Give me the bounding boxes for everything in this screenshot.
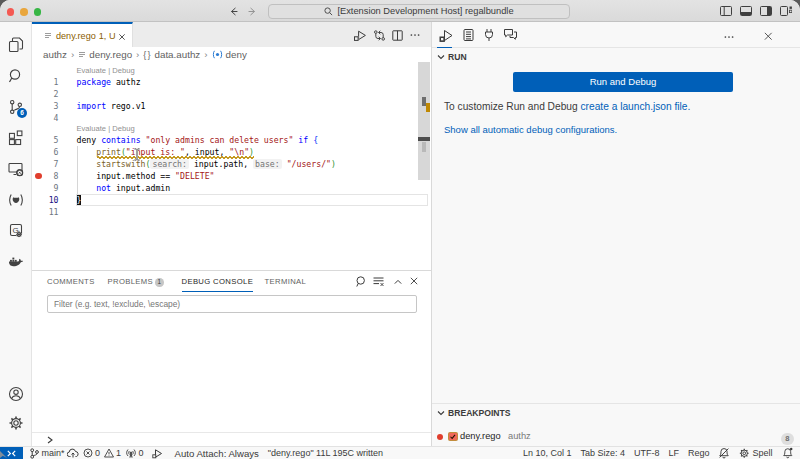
codelens-evaluate-debug[interactable]: Evaluate | Debug [77, 124, 135, 134]
tab-size-item[interactable]: Tab Size: 4 [580, 448, 625, 458]
split-editor-icon[interactable] [392, 30, 403, 41]
git-branch-item[interactable]: main* [30, 448, 65, 459]
navigate-back-icon[interactable] [228, 6, 239, 17]
traffic-light-maximize[interactable] [34, 8, 42, 16]
notifications-item[interactable] [782, 447, 794, 459]
code-line-5[interactable]: 5deny contains "only admins can delete u… [32, 134, 431, 146]
editor-actions [32, 22, 431, 47]
code-line-7[interactable]: 7 startswith(search: input.path, base: "… [32, 158, 431, 170]
run-section-header[interactable]: RUN [436, 49, 467, 65]
remote-explorer-icon[interactable] [8, 161, 24, 177]
code-line-10[interactable]: 10} [32, 194, 431, 206]
code-line-1[interactable]: 1package authz [32, 76, 431, 88]
close-sidebar-icon[interactable] [764, 32, 773, 41]
sync-changes-item[interactable] [67, 448, 79, 458]
run-section-title: RUN [448, 52, 467, 62]
config-tool-icon[interactable]: G [8, 223, 24, 239]
command-center-search[interactable]: [Extension Development Host] regalbundle [268, 4, 570, 19]
toggle-panel-icon[interactable] [740, 6, 752, 16]
line-number: 9 [32, 182, 59, 194]
breakpoint-row[interactable]: deny.rego authz 8 [432, 428, 800, 445]
ports-view-icon[interactable] [483, 28, 495, 42]
problems-status-item[interactable]: 0 1 [83, 448, 122, 458]
run-debug-view-icon[interactable] [439, 28, 454, 43]
ports-status-item[interactable]: 0 [126, 448, 144, 458]
cloud-upload-icon [67, 448, 79, 458]
code-line-4[interactable]: 4 [32, 112, 431, 124]
encoding-item[interactable]: UTF-8 [634, 448, 660, 458]
breadcrumbs: authz › deny.rego › {} data.authz › deny [32, 47, 431, 62]
code-line-9[interactable]: 9 not input.admin [32, 182, 431, 194]
codelens-row: Evaluate | Debug [32, 124, 431, 134]
breakpoint-checkbox[interactable] [448, 432, 458, 442]
line-number: 1 [32, 76, 59, 88]
breadcrumb-file[interactable]: deny.rego [89, 49, 132, 60]
language-mode-item[interactable]: Rego [688, 448, 710, 458]
overview-ruler-mark [422, 142, 426, 152]
breadcrumb-folder[interactable]: authz [43, 49, 67, 60]
open-changes-icon[interactable] [373, 29, 386, 42]
debug-status-icon [152, 448, 163, 459]
breadcrumb-separator: › [204, 49, 207, 60]
close-panel-icon[interactable] [410, 277, 418, 285]
breakpoints-header[interactable]: BREAKPOINTS [436, 405, 511, 420]
chevron-down-icon [436, 408, 446, 418]
code-text: deny contains "only admins can delete us… [77, 134, 319, 146]
breadcrumb-namespace[interactable]: data.authz [155, 49, 201, 60]
account-icon[interactable] [8, 386, 24, 402]
console-filter-input[interactable]: Filter (e.g. text, !exclude, \escape) [47, 295, 417, 313]
activity-bar: 6 G [0, 22, 32, 446]
extensions-icon[interactable] [8, 130, 24, 146]
run-and-debug-button[interactable]: Run and Debug [513, 72, 733, 92]
customize-layout-icon[interactable] [780, 6, 792, 16]
navigate-forward-icon[interactable] [247, 6, 258, 17]
traffic-light-minimize[interactable] [20, 8, 28, 16]
toggle-sidebar-right-icon[interactable] [760, 6, 772, 16]
opa-extension-icon[interactable] [8, 192, 24, 208]
breadcrumb-symbol[interactable]: deny [226, 49, 247, 60]
debug-console-input[interactable] [32, 432, 431, 446]
run-or-debug-icon[interactable] [353, 29, 367, 42]
search-view-icon[interactable] [8, 68, 24, 84]
indent-guide [77, 146, 78, 194]
views-more-actions-icon[interactable] [723, 31, 735, 43]
debug-status-item[interactable] [152, 448, 163, 459]
maximize-panel-icon[interactable] [394, 278, 402, 286]
show-all-configs-link[interactable]: Show all automatic debug configurations. [444, 124, 617, 135]
codelens-evaluate-debug[interactable]: Evaluate | Debug [77, 66, 135, 76]
create-launch-json-link[interactable]: create a launch.json file. [580, 101, 690, 112]
docker-icon[interactable] [8, 254, 24, 270]
code-line-6[interactable]: 6 print("input is: ", input, "\n") [32, 146, 431, 158]
breadcrumb-separator: › [71, 49, 74, 60]
overview-ruler-cursor-mark [418, 137, 430, 141]
code-line-8[interactable]: 8 input.method == "DELETE" [32, 170, 431, 182]
line-number: 10 [32, 194, 59, 206]
code-line-2[interactable]: 2 [32, 88, 431, 100]
notifications-muted-item[interactable] [718, 447, 730, 459]
auto-attach-item[interactable]: Auto Attach: Always [175, 448, 259, 459]
traffic-light-close[interactable] [7, 8, 15, 16]
settings-gear-icon[interactable] [8, 415, 24, 431]
code-line-3[interactable]: 3import rego.v1 [32, 100, 431, 112]
code-line-11[interactable]: 11 [32, 206, 431, 218]
editor-scrollbar[interactable] [418, 62, 430, 180]
find-icon[interactable] [356, 276, 367, 288]
bottom-panel: COMMENTS PROBLEMS 1 DEBUG CONSOLE TERMIN… [32, 270, 431, 446]
toggle-sidebar-left-icon[interactable] [720, 6, 732, 16]
eol-item[interactable]: LF [668, 448, 679, 458]
breakpoint-dot-icon [437, 434, 443, 440]
mouse-ibeam-cursor [133, 148, 141, 161]
more-actions-icon[interactable] [409, 30, 421, 40]
breakpoint-dot-icon[interactable] [35, 173, 42, 180]
explorer-icon[interactable] [8, 37, 24, 53]
output-view-icon[interactable] [462, 28, 475, 42]
line-number: 2 [32, 88, 59, 100]
cursor-position-item[interactable]: Ln 10, Col 1 [523, 448, 572, 458]
radio-tower-icon [126, 448, 136, 458]
comments-view-icon[interactable] [503, 28, 518, 41]
code-text: package authz [77, 76, 141, 88]
code-editor[interactable]: Evaluate | Debug1package authz23import r… [32, 62, 431, 270]
clear-console-icon[interactable] [373, 276, 384, 287]
spell-checker-item[interactable]: Spell [739, 448, 772, 459]
code-text: not input.admin [77, 182, 171, 194]
